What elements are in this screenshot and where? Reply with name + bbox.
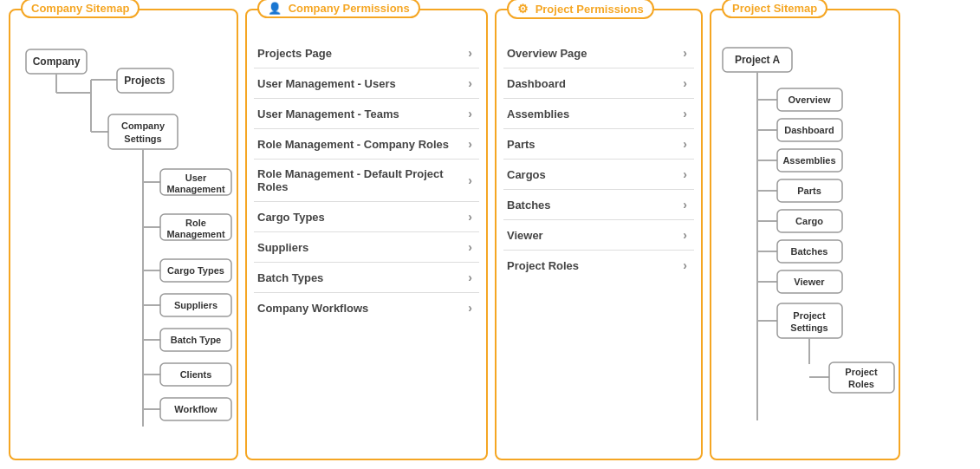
chevron-right-icon: ›: [683, 228, 687, 242]
perm-item-overview-page[interactable]: Overview Page ›: [503, 38, 694, 68]
main-container: Company Sitemap Company Projects Compa: [0, 0, 980, 469]
chevron-right-icon: ›: [468, 240, 472, 254]
company-permissions-title: 👤 Company Permissions: [257, 0, 420, 18]
svg-text:Management: Management: [166, 184, 225, 194]
chevron-right-icon: ›: [468, 301, 472, 315]
node-cargo: Cargo: [795, 216, 823, 226]
node-assemblies: Assemblies: [782, 155, 835, 166]
perm-item-dashboard[interactable]: Dashboard ›: [503, 68, 694, 99]
chevron-right-icon: ›: [683, 46, 687, 60]
chevron-right-icon: ›: [468, 76, 472, 90]
perm-item-batches[interactable]: Batches ›: [503, 190, 694, 220]
perm-item-cargos[interactable]: Cargos ›: [503, 160, 694, 190]
project-sitemap-tree: Project A Overview Dashboard Assemblies: [718, 36, 892, 469]
chevron-right-icon: ›: [468, 210, 472, 224]
node-project-roles: Project: [845, 367, 878, 377]
perm-item-user-mgmt-users[interactable]: User Management - Users ›: [254, 68, 479, 99]
perm-item-assemblies[interactable]: Assemblies ›: [503, 99, 694, 129]
chevron-right-icon: ›: [683, 107, 687, 121]
chevron-right-icon: ›: [468, 270, 472, 284]
project-sitemap-title: Project Sitemap: [722, 0, 827, 18]
perm-item-role-mgmt-default[interactable]: Role Management - Default Project Roles …: [254, 160, 479, 202]
svg-text:Roles: Roles: [848, 379, 874, 389]
node-user-mgmt: User: [185, 173, 207, 183]
company-permissions-panel: 👤 Company Permissions Projects Page › Us…: [245, 9, 488, 460]
perm-item-role-mgmt-company[interactable]: Role Management - Company Roles ›: [254, 129, 479, 160]
node-batch-type: Batch Type: [171, 335, 221, 345]
perm-item-viewer[interactable]: Viewer ›: [503, 220, 694, 251]
chevron-right-icon: ›: [683, 76, 687, 90]
node-role-mgmt: Role: [185, 218, 206, 228]
node-clients: Clients: [180, 369, 212, 380]
node-workflow: Workflow: [174, 404, 217, 414]
perm-item-user-mgmt-teams[interactable]: User Management - Teams ›: [254, 99, 479, 129]
chevron-right-icon: ›: [683, 198, 687, 212]
project-permissions-panel: ⚙ Project Permissions Overview Page › Da…: [495, 9, 703, 460]
perm-item-projects-page[interactable]: Projects Page ›: [254, 38, 479, 68]
project-permissions-list: Overview Page › Dashboard › Assemblies ›…: [503, 38, 694, 280]
node-viewer: Viewer: [794, 277, 825, 287]
perm-item-suppliers[interactable]: Suppliers ›: [254, 232, 479, 263]
company-sitemap-title: Company Sitemap: [21, 0, 140, 18]
company-sitemap-tree: Company Projects Company Settings: [17, 36, 230, 469]
chevron-right-icon: ›: [683, 167, 687, 181]
node-overview: Overview: [789, 94, 831, 105]
node-cargo-types: Cargo Types: [167, 265, 224, 276]
chevron-right-icon: ›: [468, 173, 472, 187]
node-company-settings: Company: [121, 121, 165, 131]
svg-rect-45: [777, 303, 842, 338]
svg-rect-7: [108, 114, 178, 149]
perm-item-batch-types[interactable]: Batch Types ›: [254, 263, 479, 293]
node-company: Company: [33, 55, 81, 68]
perm-item-project-roles[interactable]: Project Roles ›: [503, 251, 694, 280]
svg-text:Settings: Settings: [124, 134, 161, 144]
person-icon: 👤: [268, 2, 282, 15]
node-batches: Batches: [791, 246, 828, 257]
node-suppliers: Suppliers: [174, 300, 217, 310]
perm-item-company-workflows[interactable]: Company Workflows ›: [254, 293, 479, 322]
company-sitemap-panel: Company Sitemap Company Projects Compa: [9, 9, 238, 460]
chevron-right-icon: ›: [468, 137, 472, 151]
perm-item-parts[interactable]: Parts ›: [503, 129, 694, 160]
chevron-right-icon: ›: [468, 107, 472, 121]
chevron-right-icon: ›: [468, 46, 472, 60]
node-dashboard: Dashboard: [784, 125, 834, 135]
node-parts: Parts: [797, 186, 821, 196]
project-sitemap-panel: Project Sitemap Project A Overview Dashb…: [710, 9, 900, 460]
perm-item-cargo-types[interactable]: Cargo Types ›: [254, 202, 479, 232]
node-project-settings: Project: [793, 310, 826, 321]
settings-icon: ⚙: [517, 2, 529, 16]
project-permissions-title: ⚙ Project Permissions: [507, 0, 654, 19]
company-permissions-list: Projects Page › User Management - Users …: [254, 38, 479, 322]
chevron-right-icon: ›: [683, 258, 687, 272]
svg-text:Management: Management: [166, 229, 225, 239]
chevron-right-icon: ›: [683, 137, 687, 151]
node-project-a: Project A: [735, 54, 781, 66]
svg-text:Settings: Settings: [790, 322, 827, 333]
node-projects: Projects: [124, 75, 165, 87]
